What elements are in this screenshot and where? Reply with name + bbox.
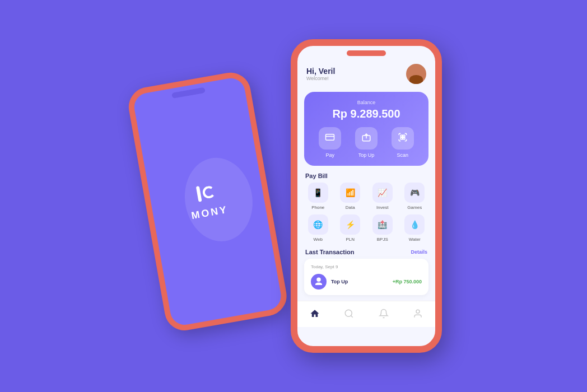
bill-games[interactable]: 🎮 Games	[401, 183, 429, 210]
scan-icon-circle	[392, 127, 414, 150]
bpjs-bill-icon: 🏥	[372, 214, 393, 235]
header-greet: Hi, Veril Welcome!	[306, 67, 335, 81]
data-bill-label: Data	[346, 205, 355, 210]
scan-button[interactable]: Scan	[392, 127, 414, 158]
nav-user[interactable]	[410, 306, 426, 321]
avatar-body	[409, 75, 423, 84]
tx-amount: +Rp 750.000	[393, 279, 422, 284]
bill-web[interactable]: 🌐 Web	[304, 214, 332, 242]
balance-label: Balance	[312, 100, 421, 105]
phones-container: MONY Hi, Veril Welcome! Balance Rp 9.289…	[145, 39, 442, 353]
nav-search[interactable]	[341, 306, 357, 321]
app-header: Hi, Veril Welcome!	[297, 59, 435, 86]
web-bill-label: Web	[314, 237, 323, 242]
tx-info: Top Up	[331, 279, 388, 284]
pln-bill-icon: ⚡	[340, 214, 360, 235]
right-phone: Hi, Veril Welcome! Balance Rp 9.289.500	[291, 39, 442, 353]
nav-bell[interactable]	[376, 306, 392, 321]
phone-content: Hi, Veril Welcome! Balance Rp 9.289.500	[297, 46, 435, 346]
left-phone-notch	[171, 87, 206, 99]
tx-card: Today, Sept 9 Top Up +Rp 750.000	[304, 259, 428, 295]
pln-bill-label: PLN	[346, 237, 355, 242]
water-bill-icon: 💧	[404, 214, 425, 235]
pay-bill-title: Pay Bill	[297, 170, 435, 183]
details-link[interactable]: Details	[411, 249, 427, 255]
nav-home[interactable]	[307, 306, 323, 321]
invest-bill-icon: 📈	[372, 183, 393, 203]
topup-icon-circle	[355, 127, 378, 150]
sub-text: Welcome!	[306, 76, 335, 81]
pay-label: Pay	[326, 152, 335, 158]
games-bill-label: Games	[407, 205, 422, 210]
svg-rect-5	[403, 135, 404, 137]
svg-point-10	[416, 310, 420, 313]
pay-icon	[325, 132, 335, 144]
bill-phone[interactable]: 📱 Phone	[304, 183, 332, 210]
svg-point-8	[346, 310, 352, 316]
bottom-nav	[297, 301, 435, 327]
tx-name: Top Up	[331, 279, 388, 284]
topup-label: Top Up	[358, 152, 375, 158]
water-bill-label: Water	[409, 237, 421, 242]
bill-pln[interactable]: ⚡ PLN	[337, 214, 365, 242]
svg-line-9	[351, 315, 353, 317]
balance-amount: Rp 9.289.500	[312, 108, 421, 120]
bill-data[interactable]: 📶 Data	[337, 183, 365, 210]
pay-button[interactable]: Pay	[319, 127, 341, 158]
greeting-text: Hi, Veril	[306, 67, 335, 76]
scan-label: Scan	[397, 152, 408, 158]
phone-bill-icon: 📱	[308, 183, 328, 203]
left-phone: MONY	[125, 69, 290, 334]
avatar	[406, 64, 426, 84]
last-tx-title: Last Transaction	[305, 249, 354, 255]
pay-bill-grid: 📱 Phone 📶 Data 📈 Invest 🎮 Games 🌐	[297, 183, 435, 246]
bill-bpjs[interactable]: 🏥 BPJS	[369, 214, 397, 242]
left-blob-decoration	[178, 152, 259, 247]
svg-rect-4	[400, 135, 402, 137]
scan-icon	[398, 132, 408, 144]
svg-rect-6	[400, 138, 402, 139]
action-buttons: Pay Top Up	[312, 127, 421, 158]
right-phone-notch	[347, 50, 386, 56]
invest-bill-label: Invest	[376, 205, 388, 210]
games-bill-icon: 🎮	[404, 183, 425, 203]
svg-rect-7	[403, 138, 404, 139]
tx-avatar	[311, 274, 327, 290]
topup-button[interactable]: Top Up	[355, 127, 378, 158]
bpjs-bill-label: BPJS	[377, 237, 388, 242]
bill-water[interactable]: 💧 Water	[401, 214, 429, 242]
pay-icon-circle	[319, 127, 341, 150]
data-bill-icon: 📶	[340, 183, 360, 203]
topup-icon	[361, 132, 371, 144]
web-bill-icon: 🌐	[308, 214, 328, 235]
last-tx-header: Last Transaction Details	[297, 246, 435, 259]
balance-card: Balance Rp 9.289.500 Pay	[304, 92, 428, 166]
tx-date: Today, Sept 9	[311, 264, 422, 269]
svg-rect-0	[326, 134, 334, 141]
bill-invest[interactable]: 📈 Invest	[369, 183, 397, 210]
phone-bill-label: Phone	[311, 205, 324, 210]
tx-row: Top Up +Rp 750.000	[311, 274, 422, 290]
